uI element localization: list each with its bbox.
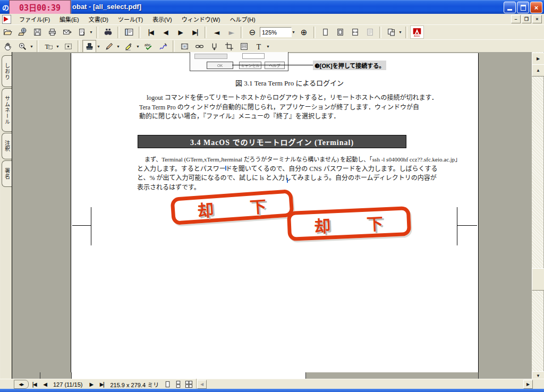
last-page-button[interactable]: ▶| xyxy=(188,25,202,39)
stamp-text: 却 下 xyxy=(313,210,385,237)
open-web-page-button[interactable] xyxy=(15,25,29,39)
graphics-select-tool-button[interactable] xyxy=(61,40,75,53)
crop-tool-button[interactable] xyxy=(222,40,236,53)
section-heading: 3.4 MacOS でのリモートログイン (Terminal) xyxy=(138,135,406,148)
zoom-level-field[interactable] xyxy=(260,27,292,37)
close-button[interactable]: × xyxy=(530,2,542,13)
redraw-artifact xyxy=(40,372,72,379)
callout-line xyxy=(232,65,313,65)
form-tool-button[interactable] xyxy=(237,40,251,53)
timestamp-text: 03日00:39 xyxy=(19,2,61,13)
touchup-text-dropdown[interactable]: ▼ xyxy=(265,40,271,53)
menu-tools[interactable]: ツール(T) xyxy=(113,14,148,24)
save-button[interactable] xyxy=(30,25,44,39)
touchup-text-tool-button[interactable]: T xyxy=(252,40,266,53)
goto-page-view-button[interactable] xyxy=(75,25,89,39)
digital-signature-button[interactable] xyxy=(156,40,170,53)
goto-view-icon xyxy=(78,28,87,37)
menu-document[interactable]: 文書(D) xyxy=(84,14,113,24)
convert-dropdown[interactable]: ▼ xyxy=(397,26,403,38)
statusbar: ◀▶ |◀ ◀ 127 (11/15) ▶ ▶| 215.9 x 279.4 ミ… xyxy=(0,379,544,389)
menu-view[interactable]: 表示(V) xyxy=(148,14,177,24)
find-button[interactable] xyxy=(101,25,115,39)
go-to-next-view-button[interactable]: ► xyxy=(224,25,238,39)
pane-splitter-button[interactable]: ◀▶ xyxy=(14,380,29,389)
zoom-in-icon: ⊕ xyxy=(301,28,308,37)
hscroll-right-button[interactable]: ▶ xyxy=(523,380,533,389)
menu-edit[interactable]: 編集(E) xyxy=(55,14,84,24)
callout-text: ❸[OK]を押して接続する。 xyxy=(313,61,386,70)
restore-button[interactable] xyxy=(517,2,529,13)
status-first-page-button[interactable]: |◀ xyxy=(29,380,39,389)
continuous-layout-button[interactable] xyxy=(173,380,183,389)
adobe-online-button[interactable]: Adobe xyxy=(410,25,424,39)
acrobat-document-icon[interactable] xyxy=(2,15,11,24)
previous-page-button[interactable]: ◀ xyxy=(158,25,172,39)
tab-bookmarks[interactable]: しおり xyxy=(2,55,12,87)
go-to-previous-view-button[interactable]: ◄ xyxy=(209,25,223,39)
movie-tool-button[interactable] xyxy=(177,40,191,53)
mdi-restore-button[interactable]: ❐ xyxy=(522,15,531,23)
menu-window[interactable]: ウィンドウ(W) xyxy=(177,14,225,24)
single-page-layout-button[interactable] xyxy=(163,380,172,389)
next-page-button[interactable]: ▶ xyxy=(173,25,187,39)
scroll-up-button[interactable]: ▲ xyxy=(532,64,544,76)
show-hide-navigation-pane-button[interactable] xyxy=(122,25,136,39)
figure-caption: 図 3.1 Tera Term Pro によるログイン xyxy=(202,78,377,88)
mdi-minimize-button[interactable]: – xyxy=(511,15,521,23)
text-select-tool-button[interactable]: T xyxy=(41,40,55,53)
page-indicator[interactable]: 127 (11/15) xyxy=(53,381,82,388)
tab-signatures-label: 署名 xyxy=(3,168,11,180)
print-button[interactable] xyxy=(45,25,59,39)
vertical-scrollbar-thumb[interactable] xyxy=(532,268,544,291)
zoom-in-button[interactable]: ⊕ xyxy=(297,25,311,39)
crop-mark-right-v xyxy=(457,207,457,245)
menu-file[interactable]: ファイル(F) xyxy=(14,14,55,24)
link-tool-button[interactable] xyxy=(192,40,206,53)
hscroll-left-button[interactable]: ◀ xyxy=(197,380,207,389)
open-button[interactable] xyxy=(1,25,14,39)
reflow-button[interactable] xyxy=(363,25,377,39)
first-page-button[interactable]: |◀ xyxy=(143,25,157,39)
caret-annotation[interactable] xyxy=(225,166,226,171)
fit-in-window-button[interactable] xyxy=(333,25,347,39)
mdi-close-button[interactable]: × xyxy=(532,15,542,23)
separator xyxy=(205,27,207,38)
pencil-tool-button[interactable] xyxy=(102,40,116,53)
convert-pages-button[interactable] xyxy=(384,25,398,39)
zoom-dropdown[interactable]: ▼ xyxy=(291,26,296,38)
article-tool-button[interactable] xyxy=(207,40,221,53)
pencil-icon xyxy=(105,42,114,51)
continuous-facing-layout-button[interactable] xyxy=(184,380,193,389)
para-line: Tera Term Pro のウィンドウが自動的に閉じられ，アプリケーションが終… xyxy=(139,103,410,113)
status-previous-page-button[interactable]: ◀ xyxy=(40,380,49,389)
menu-help[interactable]: ヘルプ(H) xyxy=(225,14,260,24)
tab-thumbnails[interactable]: サムネール xyxy=(2,88,12,132)
zoom-out-button[interactable]: ⊖ xyxy=(245,25,259,39)
actual-size-button[interactable] xyxy=(318,25,332,39)
status-last-page-button[interactable]: ▶| xyxy=(97,380,106,389)
goto-view-dropdown[interactable]: ▼ xyxy=(88,26,94,38)
text-select-dropdown[interactable]: ▼ xyxy=(55,40,61,53)
highlight-tool-button[interactable] xyxy=(122,40,135,53)
highlight-tool-dropdown[interactable]: ▼ xyxy=(135,40,141,53)
tab-signatures[interactable]: 署名 xyxy=(2,160,12,187)
email-button[interactable] xyxy=(60,25,74,39)
stamp-tool-button[interactable] xyxy=(82,40,96,53)
tab-comments[interactable]: 注釈 xyxy=(2,133,12,159)
pane-expand-button[interactable]: ▶ xyxy=(532,53,544,65)
hand-tool-button[interactable] xyxy=(1,40,14,53)
stamp-tool-dropdown[interactable]: ▼ xyxy=(96,40,101,53)
dialog-ok-button: OK xyxy=(207,62,233,69)
pencil-tool-dropdown[interactable]: ▼ xyxy=(115,40,121,53)
caret-annotation[interactable] xyxy=(287,178,288,183)
minimize-button[interactable] xyxy=(504,2,516,13)
vertical-scrollbar-track[interactable] xyxy=(532,52,543,379)
fit-width-button[interactable] xyxy=(348,25,362,39)
zoom-tool-dropdown[interactable]: ▼ xyxy=(29,40,35,53)
spell-check-button[interactable]: abc xyxy=(141,40,155,53)
status-next-page-button[interactable]: ▶ xyxy=(86,380,96,389)
separator xyxy=(241,27,243,38)
zoom-tool-button[interactable] xyxy=(15,40,29,53)
rejected-stamp-annotation[interactable]: 却 下 xyxy=(287,206,411,241)
